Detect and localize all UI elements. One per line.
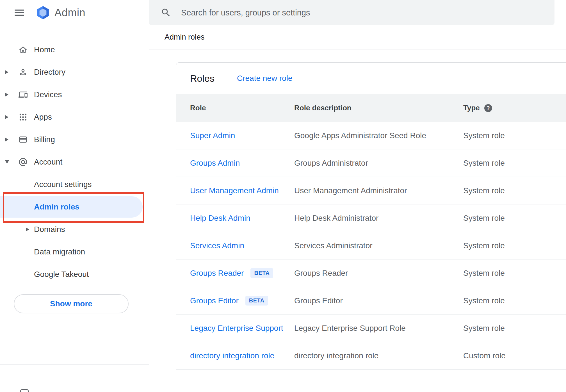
role-type: System role — [463, 296, 566, 305]
search-input[interactable] — [181, 0, 554, 25]
role-link[interactable]: Legacy Enterprise Support — [190, 324, 283, 333]
role-link[interactable]: User Management Admin — [190, 186, 279, 195]
role-description: Help Desk Administrator — [294, 214, 463, 223]
sidebar-item-domains[interactable]: Domains — [0, 218, 149, 241]
role-type: System role — [463, 131, 566, 140]
role-description: Groups Administrator — [294, 159, 463, 168]
chevron-down-icon[interactable] — [5, 160, 14, 164]
role-type: System role — [463, 241, 566, 250]
chevron-right-icon[interactable] — [26, 227, 34, 231]
role-description: Services Administrator — [294, 241, 463, 250]
role-link[interactable]: directory integration role — [190, 351, 274, 360]
person-icon — [17, 68, 29, 77]
role-link[interactable]: Groups Reader — [190, 269, 244, 278]
role-type: System role — [463, 379, 566, 379]
role-description: Groups Reader — [294, 269, 463, 278]
app-title: Admin — [54, 7, 85, 19]
search-bar[interactable] — [149, 0, 554, 25]
roles-card: Roles Create new role Role Role descript… — [176, 62, 566, 379]
role-type: System role — [463, 186, 566, 195]
sidebar-item-home[interactable]: Home — [0, 38, 149, 61]
billing-icon — [17, 135, 29, 144]
sidebar-item-label: Apps — [34, 113, 52, 122]
sidebar-item-label: Admin roles — [34, 202, 79, 211]
chevron-right-icon[interactable] — [5, 70, 14, 74]
sidebar-item-apps[interactable]: Apps — [0, 106, 149, 128]
role-link[interactable]: Groups Admin — [190, 159, 240, 168]
role-link[interactable]: Super Admin — [190, 131, 235, 140]
menu-icon[interactable] — [13, 6, 26, 19]
sidebar-nav: HomeDirectoryDevicesAppsBillingAccountAc… — [0, 38, 149, 286]
role-description: directory integration role — [294, 351, 463, 360]
beta-badge: BETA — [250, 268, 273, 278]
role-type: System role — [463, 324, 566, 333]
card-header: Roles Create new role — [176, 63, 566, 94]
at-icon — [17, 157, 29, 167]
help-icon[interactable]: ? — [484, 104, 492, 112]
role-description: Legacy Enterprise Support Role — [294, 324, 463, 333]
table-body: Super AdminGoogle Apps Administrator See… — [176, 122, 566, 379]
table-row: Groups ReaderBETAGroups ReaderSystem rol… — [176, 259, 566, 287]
table-row: Services AdminServices AdministratorSyst… — [176, 232, 566, 259]
search-icon — [161, 7, 171, 18]
table-row: Groups AdminGroups AdministratorSystem r… — [176, 149, 566, 177]
role-description: Storage Admin Role — [294, 379, 463, 379]
table-header: Role Role description Type ? — [176, 94, 566, 122]
column-header-role: Role — [190, 104, 294, 112]
role-description: Groups Editor — [294, 296, 463, 305]
table-row: Super AdminGoogle Apps Administrator See… — [176, 122, 566, 149]
sidebar-bottom-cutoff-icon — [20, 389, 29, 392]
table-row: Legacy Enterprise SupportLegacy Enterpri… — [176, 314, 566, 342]
table-row: Groups EditorBETAGroups EditorSystem rol… — [176, 287, 566, 314]
role-type: Custom role — [463, 351, 566, 360]
sidebar-item-label: Domains — [34, 225, 65, 234]
breadcrumb-bar: Admin roles — [149, 25, 566, 49]
devices-icon — [17, 90, 29, 99]
role-link[interactable]: Storage Admin — [190, 379, 242, 379]
column-header-type-label: Type — [463, 104, 480, 112]
table-row: Help Desk AdminHelp Desk AdministratorSy… — [176, 204, 566, 232]
role-type: System role — [463, 159, 566, 168]
chevron-right-icon[interactable] — [5, 93, 14, 97]
sidebar-item-devices[interactable]: Devices — [0, 83, 149, 106]
sidebar-item-account-settings[interactable]: Account settings — [0, 173, 149, 196]
sidebar-item-billing[interactable]: Billing — [0, 128, 149, 151]
show-more-button[interactable]: Show more — [14, 294, 129, 313]
sidebar-item-admin-roles[interactable]: Admin roles — [0, 196, 143, 218]
sidebar-item-label: Google Takeout — [34, 270, 89, 279]
sidebar-item-label: Account — [34, 158, 62, 167]
column-header-description: Role description — [294, 104, 463, 112]
sidebar-item-directory[interactable]: Directory — [0, 61, 149, 83]
role-link[interactable]: Services Admin — [190, 241, 244, 250]
role-link[interactable]: Groups Editor — [190, 296, 239, 305]
admin-logo-icon — [35, 5, 51, 20]
sidebar-item-account[interactable]: Account — [0, 151, 149, 173]
sidebar-item-label: Data migration — [34, 247, 85, 256]
chevron-right-icon[interactable] — [5, 115, 14, 119]
sidebar-item-label: Account settings — [34, 180, 92, 189]
create-new-role-link[interactable]: Create new role — [237, 74, 293, 83]
role-type: System role — [463, 214, 566, 223]
table-row: directory integration roledirectory inte… — [176, 342, 566, 370]
role-type: System role — [463, 269, 566, 278]
sidebar-item-label: Devices — [34, 90, 62, 99]
role-link[interactable]: Help Desk Admin — [190, 214, 250, 223]
table-row: Storage AdminStorage Admin RoleSystem ro… — [176, 370, 566, 379]
role-description: User Management Administrator — [294, 186, 463, 195]
sidebar-item-data-migration[interactable]: Data migration — [0, 241, 149, 263]
column-header-type: Type ? — [463, 104, 566, 112]
sidebar-item-google-takeout[interactable]: Google Takeout — [0, 263, 149, 286]
chevron-right-icon[interactable] — [5, 138, 14, 142]
table-row: User Management AdminUser Management Adm… — [176, 177, 566, 204]
sidebar-divider — [0, 364, 149, 364]
role-description: Google Apps Administrator Seed Role — [294, 131, 463, 140]
sidebar-item-label: Billing — [34, 135, 55, 144]
sidebar-item-label: Directory — [34, 68, 65, 77]
content-area: Roles Create new role Role Role descript… — [149, 49, 566, 392]
sidebar: Admin HomeDirectoryDevicesAppsBillingAcc… — [0, 0, 149, 392]
page-title: Roles — [190, 73, 214, 84]
main-area: Admin roles Roles Create new role Role R… — [149, 0, 566, 392]
breadcrumb: Admin roles — [165, 33, 205, 42]
sidebar-item-label: Home — [34, 45, 55, 54]
apps-icon — [17, 113, 29, 122]
